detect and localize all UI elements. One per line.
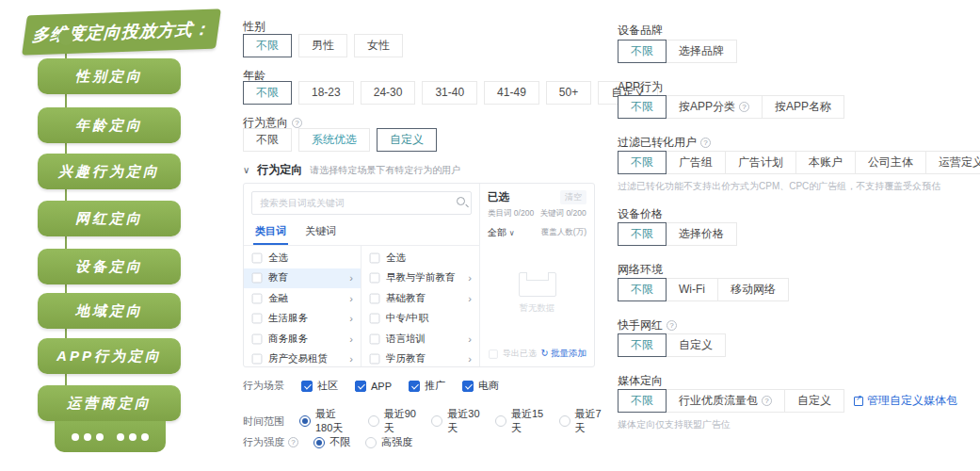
tree-row-academic-education[interactable]: 学历教育 › [361,349,479,367]
filter-company[interactable]: 公司主体 [855,151,926,174]
tree-row-education[interactable]: 教育 › [244,268,361,289]
sidebar-item-gender[interactable]: 性别定向 [38,58,181,94]
radio-selected[interactable] [299,415,311,427]
sidebar-item-age[interactable]: 年龄定向 [38,107,181,143]
time-option-7d[interactable]: 最近7天 [559,407,603,435]
tree-row-business-services[interactable]: 商务服务 › [244,329,361,349]
intent-option-custom[interactable]: 自定义 [377,128,437,152]
device-brand-select[interactable]: 选择品牌 [666,40,737,63]
radio[interactable] [495,415,506,427]
sidebar-item-app-behavior[interactable]: APP行为定向 [38,338,181,374]
checkbox[interactable] [252,314,263,324]
checkbox[interactable] [370,252,380,263]
checkbox[interactable] [370,293,380,303]
age-option-50plus[interactable]: 50+ [546,81,591,105]
sidebar-item-interest[interactable]: 兴趣行为定向 [38,154,181,189]
info-icon[interactable] [292,118,302,128]
tree-row-vocational[interactable]: 中专/中职 [361,309,479,330]
search-input[interactable] [251,191,472,215]
age-option-18-23[interactable]: 18-23 [298,81,354,105]
intensity-option-high[interactable]: 高强度 [365,435,412,449]
time-option-90d[interactable]: 最近90天 [368,407,417,435]
tree-row-finance[interactable]: 金融 › [244,288,361,309]
time-option-30d[interactable]: 最近30天 [431,407,480,435]
influencer-custom[interactable]: 自定义 [666,333,726,357]
media-industry-traffic[interactable]: 行业优质流量包 [666,389,785,413]
intent-option-unlimited[interactable]: 不限 [243,128,292,152]
sidebar-item-device[interactable]: 设备定向 [38,249,181,284]
device-price-unlimited[interactable]: 不限 [618,222,667,246]
scene-option-app[interactable]: APP [355,381,392,392]
scene-option-ecommerce[interactable]: 电商 [462,379,499,393]
time-option-15d[interactable]: 最近15天 [495,407,544,435]
sidebar-item-carrier[interactable]: 运营商定向 [38,385,181,421]
checkbox[interactable] [252,273,263,284]
info-icon[interactable] [739,102,749,112]
manage-media-package-link[interactable]: 管理自定义媒体包 [854,389,957,413]
checkbox[interactable] [252,354,263,365]
age-option-24-30[interactable]: 24-30 [361,81,416,105]
filter-account[interactable]: 本账户 [795,151,856,174]
checkbox-checked[interactable] [355,381,366,392]
app-behavior-unlimited[interactable]: 不限 [618,95,667,119]
info-icon[interactable] [762,396,772,406]
tab-category-words[interactable]: 类目词 [253,220,288,245]
sidebar-item-influencer[interactable]: 网红定向 [38,201,181,236]
checkbox[interactable] [370,354,380,365]
radio[interactable] [365,437,377,448]
gender-option-male[interactable]: 男性 [298,34,347,57]
tree-row-select-all[interactable]: 全选 [244,248,361,268]
checkbox-checked[interactable] [462,381,474,392]
network-mobile[interactable]: 移动网络 [717,278,789,301]
tree-row-select-all[interactable]: 全选 [361,248,479,268]
radio[interactable] [559,415,570,427]
filter-product-name[interactable]: 运营定义产品名 [925,151,980,174]
media-unlimited[interactable]: 不限 [618,389,667,413]
radio-selected[interactable] [313,437,325,448]
gender-option-female[interactable]: 女性 [354,34,403,57]
age-option-41-49[interactable]: 41-49 [484,81,539,105]
age-option-unlimited[interactable]: 不限 [243,81,292,105]
checkbox-checked[interactable] [301,381,313,392]
filter-ad-plan[interactable]: 广告计划 [725,151,796,174]
radio[interactable] [431,415,442,427]
tab-keywords[interactable]: 关键词 [303,220,338,245]
scene-option-promotion[interactable]: 推广 [409,379,445,393]
device-brand-unlimited[interactable]: 不限 [618,40,667,63]
search-icon[interactable] [457,197,465,205]
influencer-unlimited[interactable]: 不限 [618,333,667,357]
info-icon[interactable] [667,320,677,331]
app-behavior-by-name[interactable]: 按APP名称 [762,95,844,119]
time-option-180d[interactable]: 最近180天 [299,407,353,435]
app-behavior-by-category[interactable]: 按APP分类 [666,95,763,119]
tree-row-language-training[interactable]: 语言培训 › [361,329,479,349]
tree-row-real-estate[interactable]: 房产交易租赁 › [244,349,361,367]
checkbox[interactable] [252,333,263,344]
network-wifi[interactable]: Wi-Fi [666,278,718,301]
radio[interactable] [368,415,379,427]
network-unlimited[interactable]: 不限 [618,278,667,301]
scene-option-community[interactable]: 社区 [301,379,338,393]
checkbox[interactable] [252,293,263,303]
info-icon[interactable] [700,138,711,148]
tree-row-early-education[interactable]: 早教与学前教育 › [361,268,479,289]
intensity-option-unlimited[interactable]: 不限 [313,435,350,449]
age-option-31-40[interactable]: 31-40 [422,81,477,105]
checkbox[interactable] [370,333,380,344]
tree-row-basic-education[interactable]: 基础教育 › [361,288,479,309]
clear-button[interactable]: 清空 [560,190,586,204]
checkbox[interactable] [489,349,498,359]
tree-row-life-services[interactable]: 生活服务 › [244,309,361,330]
intent-option-system[interactable]: 系统优选 [298,128,370,152]
gender-option-unlimited[interactable]: 不限 [243,34,292,57]
sidebar-item-region[interactable]: 地域定向 [38,293,181,329]
behavior-section-header[interactable]: ∨ 行为定向 请选择特定场景下有特定行为的用户 [243,162,460,178]
export-selected-checkbox[interactable]: 导出已选 [488,348,537,360]
filter-unlimited[interactable]: 不限 [618,151,667,174]
media-custom[interactable]: 自定义 [784,389,844,413]
device-price-select[interactable]: 选择价格 [666,222,737,246]
filter-all-dropdown[interactable]: 全部 ∨ [488,226,515,239]
batch-add-button[interactable]: ↻ 批量添加 [540,348,586,360]
checkbox[interactable] [370,273,380,284]
checkbox[interactable] [252,252,263,263]
